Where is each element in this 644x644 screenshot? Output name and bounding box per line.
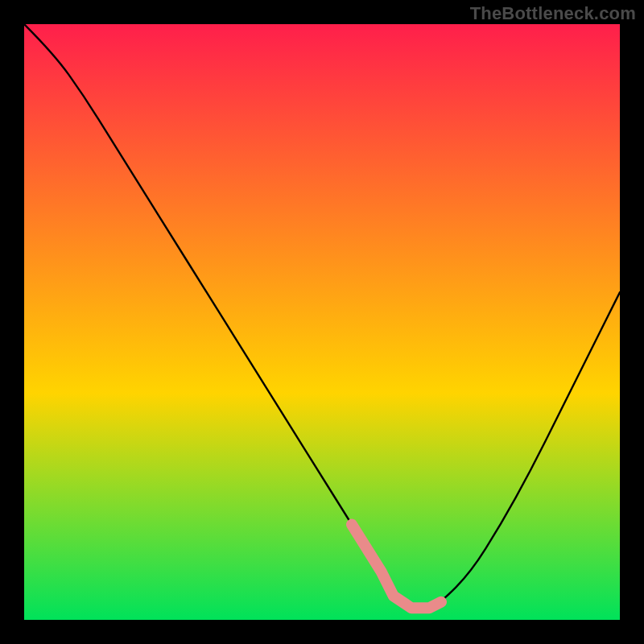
plot-area	[24, 24, 620, 620]
chart-frame: TheBottleneck.com	[0, 0, 644, 644]
bottleneck-chart	[24, 24, 620, 620]
gradient-background	[24, 24, 620, 620]
watermark-text: TheBottleneck.com	[470, 3, 636, 24]
